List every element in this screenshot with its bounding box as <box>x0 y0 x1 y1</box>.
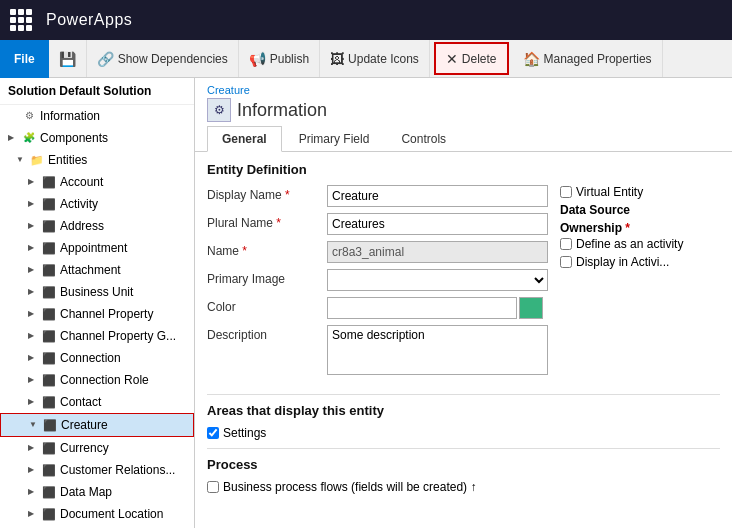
plural-name-required: * <box>276 216 281 230</box>
sidebar-item-connection[interactable]: ▶ ⬛ Connection <box>0 347 194 369</box>
sidebar-label-business-unit: Business Unit <box>60 283 133 301</box>
color-control <box>327 297 548 319</box>
publish-button[interactable]: 📢 Publish <box>239 40 320 77</box>
sidebar-item-address[interactable]: ▶ ⬛ Address <box>0 215 194 237</box>
description-label: Description <box>207 325 327 342</box>
sidebar-item-creature[interactable]: ▼ ⬛ Creature <box>0 413 194 437</box>
plural-name-input[interactable] <box>327 213 548 235</box>
waffle-icon[interactable] <box>10 9 32 31</box>
define-activity-row: Define as an activity <box>560 237 720 251</box>
sidebar-item-activity[interactable]: ▶ ⬛ Activity <box>0 193 194 215</box>
arrow-components: ▶ <box>8 129 18 147</box>
entity-icon-connection-role: ⬛ <box>41 373 57 387</box>
arrow-connection-role: ▶ <box>28 371 38 389</box>
description-row: Description Some description <box>207 325 548 378</box>
form-area: Entity Definition Display Name * <box>195 152 732 528</box>
sidebar-item-currency[interactable]: ▶ ⬛ Currency <box>0 437 194 459</box>
plural-name-control <box>327 213 548 235</box>
entity-icon-creature: ⬛ <box>42 418 58 432</box>
display-activity-row: Display in Activi... <box>560 255 720 269</box>
delete-icon: ✕ <box>446 51 458 67</box>
sidebar-item-business-unit[interactable]: ▶ ⬛ Business Unit <box>0 281 194 303</box>
name-row: Name * <box>207 241 548 263</box>
virtual-entity-label: Virtual Entity <box>576 185 643 199</box>
virtual-entity-checkbox[interactable] <box>560 186 572 198</box>
process-title: Process <box>207 457 720 472</box>
sidebar-label-document-location: Document Location <box>60 505 163 523</box>
form-right: Virtual Entity Data Source Ownership * D… <box>560 185 720 384</box>
description-textarea[interactable]: Some description <box>327 325 548 375</box>
save-button[interactable]: 💾 <box>49 40 87 77</box>
sidebar-item-document-location[interactable]: ▶ ⬛ Document Location <box>0 503 194 525</box>
save-icon: 💾 <box>59 51 76 67</box>
name-required: * <box>242 244 247 258</box>
arrow-activity: ▶ <box>28 195 38 213</box>
sidebar-item-entities[interactable]: ▼ 📁 Entities <box>0 149 194 171</box>
virtual-entity-row: Virtual Entity <box>560 185 720 199</box>
primary-image-select[interactable] <box>327 269 548 291</box>
sidebar-item-data-map[interactable]: ▶ ⬛ Data Map <box>0 481 194 503</box>
file-button[interactable]: File <box>0 40 49 78</box>
breadcrumb-area: Creature ⚙ Information <box>195 78 732 122</box>
entity-icon-activity: ⬛ <box>41 197 57 211</box>
entity-icon-customer-relations: ⬛ <box>41 463 57 477</box>
entity-icon-data-map: ⬛ <box>41 485 57 499</box>
entity-icon-account: ⬛ <box>41 175 57 189</box>
sidebar-label-connection-role: Connection Role <box>60 371 149 389</box>
arrow-appointment: ▶ <box>28 239 38 257</box>
sidebar-item-information[interactable]: ⚙ Information <box>0 105 194 127</box>
arrow-account: ▶ <box>28 173 38 191</box>
settings-label: Settings <box>223 426 266 440</box>
sidebar-item-appointment[interactable]: ▶ ⬛ Appointment <box>0 237 194 259</box>
sidebar-item-customer-relations[interactable]: ▶ ⬛ Customer Relations... <box>0 459 194 481</box>
entity-icon-channel-property-g: ⬛ <box>41 329 57 343</box>
sidebar-label-connection: Connection <box>60 349 121 367</box>
sidebar-item-attachment[interactable]: ▶ ⬛ Attachment <box>0 259 194 281</box>
arrow-creature: ▼ <box>29 416 39 434</box>
sidebar-item-channel-property[interactable]: ▶ ⬛ Channel Property <box>0 303 194 325</box>
sidebar-item-components[interactable]: ▶ 🧩 Components <box>0 127 194 149</box>
publish-icon: 📢 <box>249 51 266 67</box>
link-icon: 🔗 <box>97 51 114 67</box>
display-name-input[interactable] <box>327 185 548 207</box>
app-title: PowerApps <box>46 11 132 29</box>
tab-general[interactable]: General <box>207 126 282 152</box>
ownership-required: * <box>625 221 630 235</box>
sidebar-label-channel-property: Channel Property <box>60 305 153 323</box>
sidebar-label-entities: Entities <box>48 151 87 169</box>
sidebar-label-information: Information <box>40 107 100 125</box>
define-activity-checkbox[interactable] <box>560 238 572 250</box>
delete-button[interactable]: ✕ Delete <box>434 42 509 75</box>
name-control <box>327 241 548 263</box>
description-control: Some description <box>327 325 548 378</box>
component-icon: 🧩 <box>21 131 37 145</box>
business-process-label: Business process flows (fields will be c… <box>223 480 476 494</box>
sidebar-item-channel-property-g[interactable]: ▶ ⬛ Channel Property G... <box>0 325 194 347</box>
name-input[interactable] <box>327 241 548 263</box>
display-name-label: Display Name * <box>207 185 327 202</box>
top-bar: PowerApps <box>0 0 732 40</box>
color-input[interactable] <box>327 297 517 319</box>
sidebar-item-contact[interactable]: ▶ ⬛ Contact <box>0 391 194 413</box>
page-title-row: ⚙ Information <box>207 98 720 122</box>
entity-icon-currency: ⬛ <box>41 441 57 455</box>
arrow-attachment: ▶ <box>28 261 38 279</box>
managed-properties-button[interactable]: 🏠 Managed Properties <box>513 40 663 77</box>
settings-checkbox[interactable] <box>207 427 219 439</box>
breadcrumb[interactable]: Creature <box>207 84 720 96</box>
sidebar-item-account[interactable]: ▶ ⬛ Account <box>0 171 194 193</box>
business-process-checkbox[interactable] <box>207 481 219 493</box>
sidebar-label-account: Account <box>60 173 103 191</box>
color-select-row <box>327 297 548 319</box>
ownership-label: Ownership * <box>560 221 720 235</box>
tab-primary-field[interactable]: Primary Field <box>284 126 385 151</box>
tab-controls[interactable]: Controls <box>386 126 461 151</box>
publish-label: Publish <box>270 52 309 66</box>
sidebar-label-appointment: Appointment <box>60 239 127 257</box>
sidebar-item-connection-role[interactable]: ▶ ⬛ Connection Role <box>0 369 194 391</box>
display-activity-checkbox[interactable] <box>560 256 572 268</box>
show-dependencies-button[interactable]: 🔗 Show Dependencies <box>87 40 239 77</box>
sidebar-label-contact: Contact <box>60 393 101 411</box>
sidebar-label-currency: Currency <box>60 439 109 457</box>
update-icons-button[interactable]: 🖼 Update Icons <box>320 40 430 77</box>
